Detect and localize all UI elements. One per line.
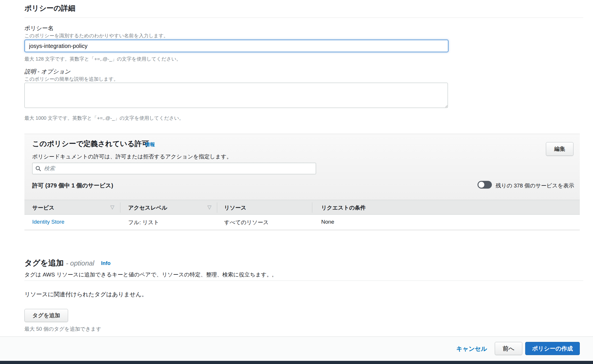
policy-name-description: このポリシーを識別するためのわかりやすい名前を入力します。 (24, 32, 168, 39)
tags-description: タグは AWS リソースに追加できるキーと値のペアで、リソースの特定、整理、検索… (24, 271, 274, 278)
show-remaining-services-toggle[interactable] (478, 181, 492, 189)
tags-empty-message: リソースに関連付けられたタグはありません。 (24, 291, 147, 298)
service-search-box[interactable] (32, 163, 316, 174)
footer-bar: キャンセル 前へ ポリシーの作成 (0, 336, 593, 361)
tags-title: タグを追加 (24, 259, 64, 267)
permissions-table-header: サービス ▽ アクセスレベル ▽ リソース リクエストの条件 (24, 200, 580, 215)
permissions-description: ポリシードキュメントの許可は、許可または拒否するアクションを指定します。 (32, 153, 232, 160)
permissions-panel: このポリシーで定義されている許可 情報 編集 ポリシードキュメントの許可は、許可… (24, 134, 580, 230)
add-tag-button[interactable]: タグを追加 (24, 309, 68, 322)
service-link[interactable]: Identity Store (32, 219, 64, 225)
description-label: 説明 - オプション (24, 68, 70, 75)
permissions-summary: 許可 (379 個中 1 個のサービス) (32, 182, 113, 189)
cancel-link[interactable]: キャンセル (456, 345, 487, 353)
tags-divider (24, 280, 583, 281)
description-constraint: 最大 1000 文字です。英数字と「+=,.@-_」の文字を使用してください。 (24, 115, 184, 121)
column-divider (312, 202, 312, 213)
column-header-service: サービス (32, 204, 54, 212)
search-icon (35, 166, 41, 171)
tags-info-link[interactable]: Info (101, 260, 111, 266)
policy-name-constraint: 最大 128 文字です。英数字と「+=,.@-_」の文字を使用してください。 (24, 56, 181, 62)
policy-name-input[interactable] (24, 40, 448, 52)
edit-button[interactable]: 編集 (546, 142, 573, 156)
access-level-filter-icon[interactable]: ▽ (207, 204, 211, 210)
column-header-request-condition: リクエストの条件 (321, 204, 366, 212)
page-title: ポリシーの詳細 (24, 3, 75, 13)
column-header-access-level: アクセスレベル (128, 204, 167, 212)
show-remaining-services-label: 残りの 378 個のサービスを表示 (496, 182, 574, 189)
column-divider (120, 202, 120, 213)
resource-cell: すべてのリソース (224, 219, 269, 226)
tags-section-header: タグを追加 - optional Info (24, 258, 111, 268)
request-condition-cell: None (321, 219, 334, 225)
title-divider (24, 18, 583, 18)
create-policy-review-page: ポリシーの詳細 ポリシー名 このポリシーを識別するためのわかりやすい名前を入力し… (0, 0, 593, 364)
service-filter-icon[interactable]: ▽ (110, 204, 114, 210)
description-textarea[interactable] (24, 83, 448, 108)
bottom-nav-bar (0, 361, 593, 364)
table-row: Identity Store フル: リスト すべてのリソース None (24, 215, 580, 230)
policy-name-label: ポリシー名 (24, 24, 53, 32)
previous-button[interactable]: 前へ (495, 342, 522, 355)
toggle-knob (478, 182, 484, 188)
description-description: このポリシーの簡単な説明を追加します。 (24, 76, 118, 82)
permissions-info-link[interactable]: 情報 (145, 141, 155, 148)
column-header-resource: リソース (224, 204, 246, 212)
tags-optional-label: - optional (66, 259, 94, 267)
create-policy-button[interactable]: ポリシーの作成 (525, 342, 580, 355)
column-divider (217, 202, 217, 213)
service-search-input[interactable] (43, 165, 313, 172)
permissions-title: このポリシーで定義されている許可 (32, 139, 149, 148)
tags-constraint: 最大 50 個のタグを追加できます (24, 326, 101, 332)
access-level-cell: フル: リスト (128, 219, 159, 226)
